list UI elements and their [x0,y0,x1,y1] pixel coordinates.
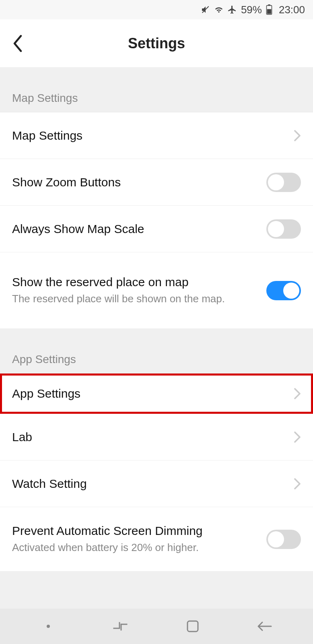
row-subtitle: Activated when battery is 20% or higher. [12,541,237,555]
svg-point-3 [47,625,50,628]
toggle-knob [268,531,284,547]
nav-recents[interactable] [108,614,132,638]
toggle-dimming[interactable] [266,530,301,549]
chevron-right-icon [294,130,301,142]
chevron-left-icon [12,35,23,52]
row-prevent-dimming[interactable]: Prevent Automatic Screen Dimming Activat… [0,507,313,572]
battery-percent: 59% [241,4,262,16]
status-icons [201,5,237,14]
nav-home[interactable] [181,614,205,638]
row-title: Show Zoom Buttons [12,175,266,189]
section-header-map: Map Settings [0,68,313,112]
row-title: App Settings [12,387,294,400]
section-header-app: App Settings [0,329,313,374]
row-title: Show the reserved place on map [12,275,266,289]
status-bar: 59% 23:00 [0,0,313,19]
row-watch-setting[interactable]: Watch Setting [0,460,313,507]
row-show-reserved-place[interactable]: Show the reserved place on map The reser… [0,252,313,329]
chevron-right-icon [294,478,301,490]
row-title: Prevent Automatic Screen Dimming [12,524,266,538]
row-always-show-scale[interactable]: Always Show Map Scale [0,206,313,252]
toggle-scale[interactable] [266,219,301,239]
row-title: Lab [12,430,294,444]
home-icon [185,619,200,634]
nav-dot [36,614,60,638]
svg-rect-4 [187,621,198,632]
row-show-zoom-buttons[interactable]: Show Zoom Buttons [0,159,313,206]
toggle-knob [283,283,299,299]
recents-icon [111,620,129,632]
row-app-settings[interactable]: App Settings [0,374,313,414]
toggle-knob [268,174,284,190]
back-icon [257,621,273,632]
chevron-right-icon [294,388,301,400]
page-title: Settings [128,35,185,52]
clock: 23:00 [279,4,305,16]
toggle-knob [268,221,284,237]
row-subtitle: The reserved place will be shown on the … [12,292,237,306]
mute-icon [201,5,210,14]
toggle-zoom[interactable] [266,173,301,192]
android-navbar [0,609,313,644]
battery-icon [266,4,272,15]
back-button[interactable] [9,35,27,52]
row-lab[interactable]: Lab [0,414,313,460]
wifi-icon [214,5,224,14]
row-title: Watch Setting [12,477,294,491]
row-title: Map Settings [12,129,294,142]
header: Settings [0,19,313,68]
svg-rect-1 [268,4,270,6]
svg-rect-2 [267,9,271,14]
row-title: Always Show Map Scale [12,222,266,236]
nav-back[interactable] [253,614,277,638]
chevron-right-icon [294,431,301,443]
row-map-settings[interactable]: Map Settings [0,112,313,159]
airplane-icon [227,5,237,14]
toggle-reserved[interactable] [266,281,301,300]
